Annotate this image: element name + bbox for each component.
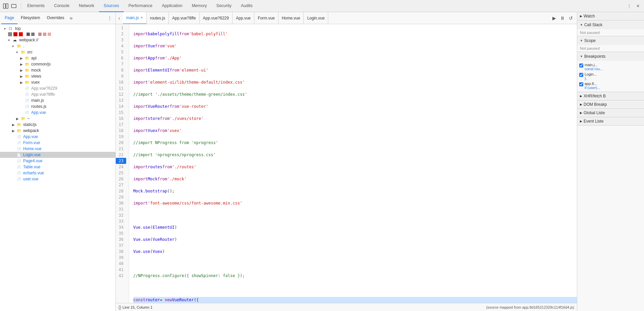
code-content[interactable]: import babelpolyfill from 'babel-polyfil… [129, 24, 577, 303]
callstack-arrow: ▼ [580, 23, 583, 27]
line-num-35: 35 [116, 230, 126, 236]
tree-label: vuex [31, 80, 40, 85]
scope-header[interactable]: ▼ Scope [577, 36, 644, 45]
undock-icon[interactable] [11, 3, 17, 9]
tree-item-app6229[interactable]: ▶ 📄 App.vue?6229 [0, 85, 115, 91]
prev-tab-icon[interactable]: ‹ [116, 12, 123, 24]
tree-item-appvue[interactable]: ▶ 📄 App.vue [0, 134, 115, 140]
line-num-18: 18 [116, 128, 126, 134]
code-line-3: import App from './App' [133, 55, 577, 61]
tree-item-api[interactable]: ▶ 📁 api [0, 55, 115, 61]
breakpoint-checkbox-1[interactable] [579, 63, 583, 68]
tree-item-staticjs[interactable]: ▶ 📁 static/js [0, 122, 115, 128]
file-tab-homevue[interactable]: Home.vue [279, 12, 304, 24]
tree-item-formvue[interactable]: ▶ 📄 Form.vue [0, 140, 115, 146]
tree-item-common[interactable]: ▶ 📁 common/js [0, 61, 115, 67]
nav-tab-performance[interactable]: Performance [124, 0, 157, 12]
line-num-39: 39 [116, 255, 126, 261]
more-icon[interactable]: ⋮ [626, 3, 633, 9]
watch-header[interactable]: ▶ Watch [577, 12, 644, 20]
tab-overrides[interactable]: Overrides [43, 12, 67, 24]
nav-tab-application[interactable]: Application [157, 0, 187, 12]
options-icon[interactable]: ⋮ [105, 15, 114, 21]
tree-item-vuex[interactable]: ▶ 📁 vuex [0, 79, 115, 85]
nav-tab-security[interactable]: Security [212, 0, 236, 12]
line-num-30: 30 [116, 200, 126, 206]
svg-rect-2 [11, 4, 16, 8]
pause-icon[interactable]: ⏸ [559, 15, 566, 21]
file-tab-app6229[interactable]: App.vue?6229 [200, 12, 233, 24]
tree-item-webpack-folder[interactable]: ▶ 📁 webpack [0, 128, 115, 134]
code-line-11: //import 'nprogress/nprogress.css' [133, 152, 577, 158]
breakpoint-file-3: app.8... [585, 82, 600, 86]
line-num-28: 28 [116, 188, 126, 194]
line-num-14: 14 [116, 103, 126, 109]
editor-area: ‹ main.js ✕ routes.js App.vue?8ffe App.v… [116, 12, 577, 311]
event-header[interactable]: ▶ Event Liste [577, 117, 644, 126]
tree-item-tilde[interactable]: ▶ 📁 ~ [0, 116, 115, 122]
breakpoint-text-2: Login... }, [585, 72, 597, 80]
breakpoints-header[interactable]: ▼ Breakpoints [577, 52, 644, 61]
dock-icon[interactable] [3, 3, 9, 9]
refresh-icon[interactable]: ↺ [567, 15, 574, 21]
nav-tab-elements[interactable]: Elements [22, 0, 49, 12]
tree-item-views[interactable]: ▶ 📁 views [0, 73, 115, 79]
tree-item-webpack[interactable]: ▾ ☁ webpack:// [0, 37, 115, 43]
xhr-header[interactable]: ▶ XHR/fetch B [577, 92, 644, 100]
more-tabs-icon[interactable]: ▶ [551, 15, 557, 21]
cursor-position: Line 15, Column 1 [122, 305, 152, 309]
tree-item-echartsvue[interactable]: ▶ 📄 echarts.vue [0, 170, 115, 176]
tree-item-routesjs[interactable]: ▶ 📄 routes.js [0, 103, 115, 109]
file-tab-mainjs[interactable]: main.js ✕ [123, 12, 147, 24]
file-tab-routesjs[interactable]: routes.js [147, 12, 169, 24]
line-num-17: 17 [116, 122, 126, 128]
tree-label: . [23, 44, 24, 48]
close-icon[interactable]: ✕ [635, 3, 641, 9]
tree-item-tablevue[interactable]: ▶ 📄 Table.vue [0, 164, 115, 170]
tree-arrow: ▶ [20, 69, 25, 72]
global-header[interactable]: ▶ Global Liste [577, 109, 644, 117]
tree-item-mock[interactable]: ▶ 📁 mock [0, 67, 115, 73]
close-tab-icon[interactable]: ✕ [140, 16, 143, 19]
code-line-1: import babelpolyfill from 'babel-polyfil… [133, 31, 577, 37]
tab-page[interactable]: Page [1, 12, 17, 24]
tree-item-appvue-src[interactable]: ▶ 📄 App.vue [0, 109, 115, 116]
breakpoints-arrow: ▼ [580, 55, 583, 58]
file-tab-loginvue[interactable]: Login.vue [304, 12, 328, 24]
tree-arrow: ▶ [12, 129, 17, 133]
file-tab-formvue[interactable]: Form.vue [254, 12, 279, 24]
tree-item-src[interactable]: ▾ 📁 src [0, 49, 115, 55]
tree-item-loginvue[interactable]: ▶ 📄 Login.vue [0, 152, 115, 158]
callstack-header[interactable]: ▼ Call Stack [577, 20, 644, 29]
breakpoint-checkbox-3[interactable] [579, 82, 583, 86]
dom-header[interactable]: ▶ DOM Breakp [577, 100, 644, 109]
nav-tab-memory[interactable]: Memory [187, 0, 211, 12]
tree-item-mainjs[interactable]: ▶ 📄 main.js [0, 97, 115, 103]
tree-item-uservue[interactable]: ▶ 📄 user.vue [0, 176, 115, 182]
line-num-4: 4 [116, 43, 126, 49]
tree-label: mock [31, 68, 41, 73]
nav-tab-network[interactable]: Network [74, 0, 99, 12]
tree-label: echarts.vue [23, 171, 44, 175]
event-label: Event Liste [584, 119, 603, 124]
event-arrow: ▶ [580, 120, 582, 123]
more-tabs-icon[interactable]: » [67, 15, 75, 21]
tree-item-app8ffe[interactable]: ▶ 📄 App.vue?8ffe [0, 91, 115, 97]
tree-item-top[interactable]: ▾ ☐ top [0, 26, 115, 32]
nav-tab-sources[interactable]: Sources [99, 0, 124, 12]
file-tab-appvue[interactable]: App.vue [233, 12, 254, 24]
tree-item-homevue[interactable]: ▶ 📄 Home.vue [0, 146, 115, 152]
braces-icon[interactable]: {} [118, 305, 121, 310]
file-icon: 📄 [25, 105, 30, 108]
code-line-10: //import NProgress from 'nprogress' [133, 140, 577, 146]
tree-arrow: ▾ [12, 44, 17, 48]
line-num-12: 12 [116, 91, 126, 97]
tab-filesystem[interactable]: Filesystem [17, 12, 43, 24]
breakpoint-checkbox-2[interactable] [579, 73, 583, 77]
tree-label: webpack [23, 128, 39, 133]
file-tab-app8ffe[interactable]: App.vue?8ffe [169, 12, 200, 24]
tree-item-page4vue[interactable]: ▶ 📄 Page4.vue [0, 158, 115, 164]
tree-item-dot[interactable]: ▾ 📁 . [0, 43, 115, 49]
nav-tab-console[interactable]: Console [49, 0, 74, 12]
nav-tab-audits[interactable]: Audits [236, 0, 257, 12]
